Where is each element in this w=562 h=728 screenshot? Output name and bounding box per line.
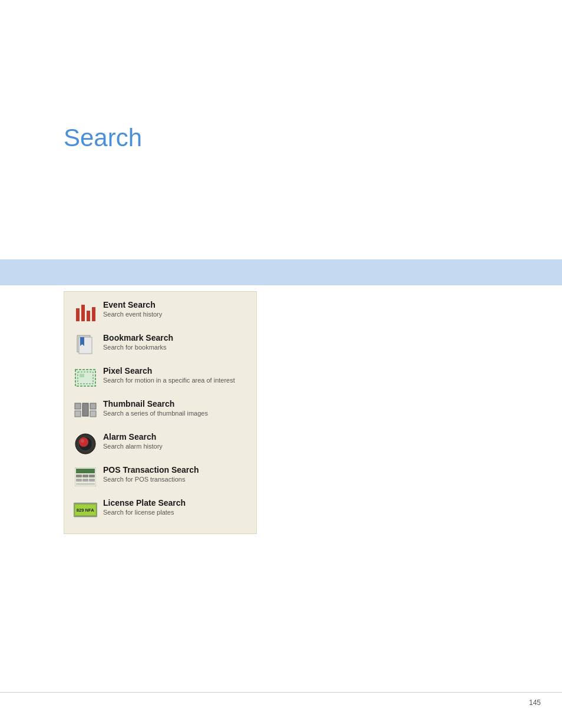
- alarm-search-item[interactable]: Alarm Search Search alarm history: [74, 432, 247, 456]
- event-search-title: Event Search: [103, 300, 162, 309]
- alarm-search-title: Alarm Search: [103, 432, 163, 442]
- thumbnail-search-desc: Search a series of thumbnail images: [103, 410, 208, 417]
- plate-search-title: License Plate Search: [103, 498, 186, 508]
- svg-rect-9: [75, 411, 81, 417]
- pixel-search-desc: Search for motion in a specific area of …: [103, 377, 235, 384]
- thumbnail-search-title: Thumbnail Search: [103, 399, 208, 409]
- pos-search-text: POS Transaction Search Search for POS tr…: [103, 465, 199, 483]
- svg-rect-23: [76, 483, 95, 485]
- svg-rect-7: [82, 403, 88, 416]
- thumbnail-search-item[interactable]: Thumbnail Search Search a series of thum…: [74, 399, 247, 423]
- svg-point-14: [81, 439, 84, 443]
- svg-rect-22: [89, 479, 95, 482]
- pixel-search-item[interactable]: Pixel Search Search for motion in a spec…: [74, 366, 247, 390]
- svg-rect-17: [76, 475, 82, 477]
- page-number: 145: [529, 699, 541, 707]
- pos-search-item[interactable]: POS Transaction Search Search for POS tr…: [74, 465, 247, 489]
- thumbnail-search-icon: [74, 399, 97, 423]
- event-search-text: Event Search Search event history: [103, 300, 162, 318]
- event-search-icon: [74, 300, 97, 324]
- alarm-search-desc: Search alarm history: [103, 443, 163, 450]
- pixel-search-title: Pixel Search: [103, 366, 235, 375]
- svg-rect-5: [80, 374, 84, 377]
- svg-text:829 NFA: 829 NFA: [77, 508, 95, 513]
- page-title: Search: [64, 124, 142, 152]
- section-banner: [0, 259, 562, 285]
- pos-search-icon: [74, 465, 97, 489]
- bookmark-search-desc: Search for bookmarks: [103, 344, 173, 351]
- svg-rect-21: [82, 479, 88, 482]
- alarm-search-icon: [74, 432, 97, 456]
- footer-divider: [0, 692, 562, 693]
- search-options-panel: Event Search Search event history Bookma…: [64, 291, 257, 534]
- thumbnail-search-text: Thumbnail Search Search a series of thum…: [103, 399, 208, 417]
- pos-search-desc: Search for POS transactions: [103, 476, 199, 483]
- bookmark-search-text: Bookmark Search Search for bookmarks: [103, 333, 173, 351]
- svg-rect-19: [89, 475, 95, 477]
- bookmark-search-item[interactable]: Bookmark Search Search for bookmarks: [74, 333, 247, 357]
- event-search-item[interactable]: Event Search Search event history: [74, 300, 247, 324]
- pixel-search-icon: [74, 366, 97, 390]
- svg-rect-8: [90, 403, 96, 409]
- bookmark-search-title: Bookmark Search: [103, 333, 173, 342]
- bookmark-search-icon: [74, 333, 97, 357]
- svg-rect-20: [76, 479, 82, 482]
- event-search-desc: Search event history: [103, 311, 162, 318]
- svg-rect-6: [75, 403, 81, 409]
- plate-search-item[interactable]: 829 NFA License Plate Search Search for …: [74, 498, 247, 522]
- pixel-search-text: Pixel Search Search for motion in a spec…: [103, 366, 235, 384]
- plate-search-icon: 829 NFA: [74, 498, 97, 522]
- pos-search-title: POS Transaction Search: [103, 465, 199, 475]
- plate-search-desc: Search for license plates: [103, 509, 186, 516]
- svg-rect-10: [90, 411, 96, 417]
- svg-rect-16: [76, 469, 95, 473]
- svg-rect-18: [82, 475, 88, 477]
- plate-search-text: License Plate Search Search for license …: [103, 498, 186, 516]
- alarm-search-text: Alarm Search Search alarm history: [103, 432, 163, 450]
